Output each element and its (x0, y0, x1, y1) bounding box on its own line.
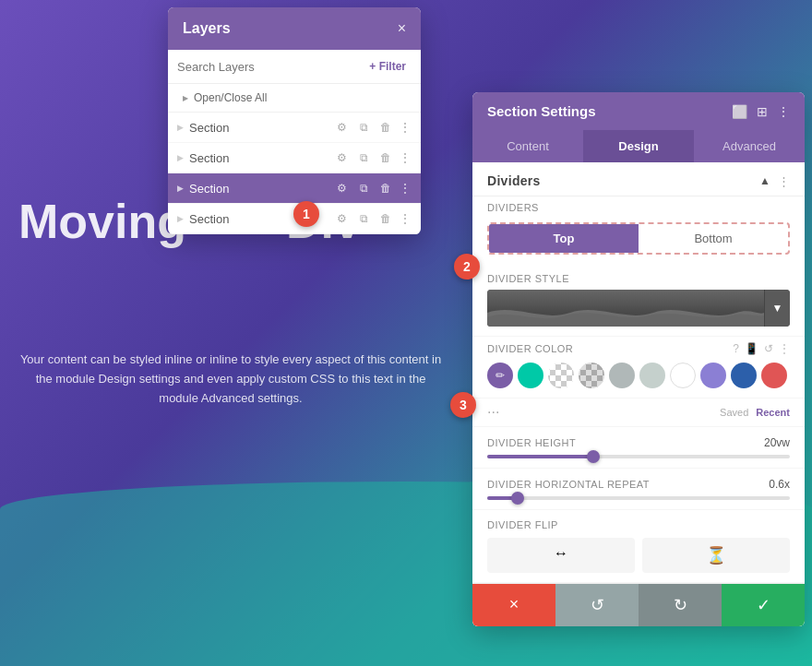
step-badge-3: 3 (450, 392, 476, 418)
layer-row[interactable]: ▶ Section ⚙ ⧉ 🗑 ⋮ (168, 143, 421, 173)
color-swatch-white[interactable] (670, 363, 696, 388)
divider-height-value: 20vw (764, 436, 790, 449)
settings-header-actions: ⬜ ⊞ ⋮ (732, 104, 790, 119)
layers-search-bar: + Filter (168, 50, 421, 84)
settings-icon[interactable]: ⚙ (332, 118, 351, 137)
delete-icon[interactable]: 🗑 (376, 149, 395, 167)
tab-content[interactable]: Content (472, 130, 583, 162)
settings-panel: Section Settings ⬜ ⊞ ⋮ Content Design Ad… (472, 92, 805, 626)
more-icon[interactable]: ⋮ (399, 120, 412, 135)
save-button[interactable]: ✓ (722, 584, 805, 626)
color-swatch-purple[interactable] (700, 363, 726, 388)
height-slider-thumb[interactable] (587, 450, 600, 463)
tab-design[interactable]: Design (583, 130, 694, 162)
color-edit-button[interactable]: ✏ (487, 363, 513, 388)
more-icon[interactable]: ⋮ (399, 181, 412, 196)
divider-style-row: Divider Style ▼ (472, 264, 805, 337)
options-icon[interactable]: ⋮ (779, 342, 790, 355)
delete-icon[interactable]: 🗑 (376, 209, 395, 228)
search-input[interactable] (177, 60, 358, 74)
settings-icon[interactable]: ⚙ (332, 179, 351, 197)
duplicate-icon[interactable]: ⧉ (354, 179, 373, 197)
divider-repeat-value: 0.6x (769, 478, 790, 491)
layer-arrow-icon: ▶ (177, 184, 184, 193)
more-icon[interactable]: ⋮ (399, 211, 412, 226)
settings-footer: × ↺ ↻ ✓ (472, 583, 805, 626)
color-swatches: ✏ (487, 363, 790, 388)
bottom-toggle-button[interactable]: Bottom (639, 224, 788, 253)
dividers-sub-label: Dividers (472, 196, 805, 213)
layer-arrow-icon: ▶ (177, 123, 184, 132)
more-icon[interactable]: ⋮ (399, 150, 412, 165)
color-swatch-red[interactable] (761, 363, 787, 388)
settings-icon[interactable]: ⚙ (332, 209, 351, 228)
repeat-slider-thumb[interactable] (511, 492, 524, 505)
flip-vertical-option[interactable]: ⏳ (642, 538, 790, 573)
saved-recent-row: ··· Saved Recent (472, 398, 805, 427)
color-swatch-check1[interactable] (548, 363, 574, 388)
section-heading-icons: ▲ ⋮ (759, 174, 790, 188)
top-toggle-button[interactable]: Top (489, 224, 639, 253)
duplicate-icon[interactable]: ⧉ (354, 209, 373, 228)
settings-body: Dividers ▲ ⋮ Dividers Top Bottom Divider… (472, 162, 805, 583)
style-preview (487, 290, 764, 327)
more-icon[interactable]: ⋮ (778, 174, 790, 188)
divider-color-row: Divider Color ? 📱 ↺ ⋮ ✏ (472, 337, 805, 398)
color-swatch-check2[interactable] (579, 363, 604, 388)
layer-name: Section (189, 151, 332, 165)
dividers-section-heading: Dividers ▲ ⋮ (472, 162, 805, 196)
layer-row-active[interactable]: ▶ Section ⚙ ⧉ 🗑 ⋮ (168, 173, 421, 204)
layer-name: Section (189, 121, 332, 135)
layer-actions: ⚙ ⧉ 🗑 ⋮ (332, 179, 412, 197)
open-close-all-button[interactable]: Open/Close All (168, 84, 421, 113)
redo-button[interactable]: ↻ (639, 584, 722, 626)
settings-icon[interactable]: ⚙ (332, 149, 351, 167)
collapse-icon[interactable]: ▲ (759, 174, 770, 187)
expand-icon[interactable]: ⬜ (732, 104, 747, 119)
layer-arrow-icon: ▶ (177, 214, 184, 223)
device-icon[interactable]: 📱 (745, 342, 758, 355)
delete-icon[interactable]: 🗑 (376, 118, 395, 137)
height-slider-track[interactable] (487, 455, 790, 458)
more-options-icon[interactable]: ⋮ (777, 104, 790, 119)
divider-style-selector[interactable]: ▼ (487, 290, 790, 327)
height-slider-fill (487, 455, 593, 458)
color-swatch-lightgray[interactable] (639, 363, 665, 388)
color-swatch-gray[interactable] (609, 363, 635, 388)
divider-flip-row: Divider Flip ↔ ⏳ (472, 510, 805, 583)
divider-height-label: Divider Height (487, 437, 576, 448)
layer-actions: ⚙ ⧉ 🗑 ⋮ (332, 149, 412, 167)
delete-icon[interactable]: 🗑 (376, 179, 395, 197)
undo-button[interactable]: ↺ (555, 584, 639, 626)
color-swatch-blue[interactable] (731, 363, 757, 388)
step-badge-1: 1 (293, 201, 319, 227)
dots-more-icon[interactable]: ··· (487, 404, 499, 421)
divider-repeat-label: Divider Horizontal Repeat (487, 479, 650, 490)
recent-label[interactable]: Recent (756, 407, 790, 418)
layers-header: Layers × (168, 7, 421, 50)
cancel-button[interactable]: × (472, 584, 555, 626)
bg-body-text: Your content can be styled inline or inl… (18, 351, 443, 408)
divider-color-label: Divider Color (487, 343, 727, 354)
grid-icon[interactable]: ⊞ (757, 104, 768, 119)
layer-name: Section (189, 182, 332, 196)
tab-advanced[interactable]: Advanced (694, 130, 805, 162)
layer-actions: ⚙ ⧉ 🗑 ⋮ (332, 209, 412, 228)
layers-panel: Layers × + Filter Open/Close All ▶ Secti… (168, 7, 421, 234)
step-badge-2: 2 (454, 254, 480, 279)
duplicate-icon[interactable]: ⧉ (354, 149, 373, 167)
layer-actions: ⚙ ⧉ 🗑 ⋮ (332, 118, 412, 137)
filter-button[interactable]: + Filter (364, 57, 412, 76)
flip-horizontal-option[interactable]: ↔ (487, 538, 635, 573)
color-swatch-green[interactable] (518, 363, 543, 388)
repeat-slider-track[interactable] (487, 496, 790, 500)
help-icon[interactable]: ? (733, 342, 739, 355)
settings-header: Section Settings ⬜ ⊞ ⋮ (472, 92, 805, 130)
duplicate-icon[interactable]: ⧉ (354, 118, 373, 137)
layer-row[interactable]: ▶ Section ⚙ ⧉ 🗑 ⋮ (168, 113, 421, 143)
layers-close-button[interactable]: × (398, 20, 406, 37)
reset-icon[interactable]: ↺ (764, 342, 773, 355)
style-arrow-icon[interactable]: ▼ (764, 290, 790, 327)
flip-options: ↔ ⏳ (487, 538, 790, 573)
flip-label: Divider Flip (487, 519, 790, 530)
